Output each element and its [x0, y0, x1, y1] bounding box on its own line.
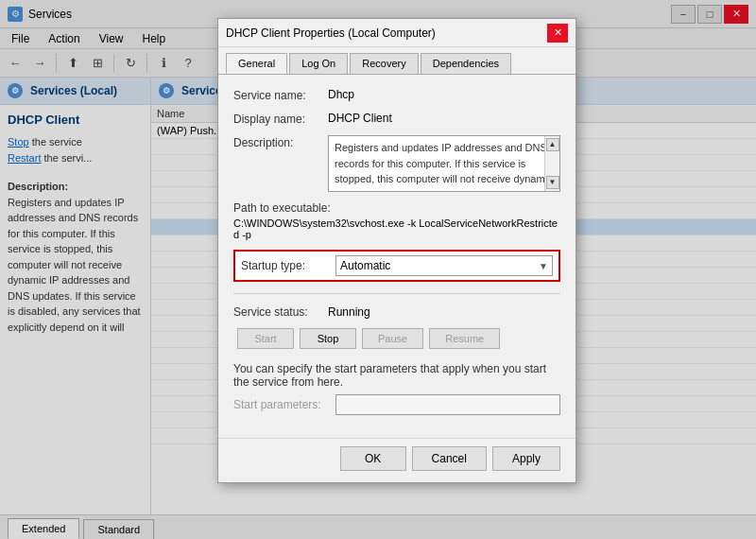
description-row: Description: Registers and updates IP ad…	[233, 135, 560, 192]
startup-type-label: Startup type:	[241, 259, 335, 272]
service-action-buttons: Start Stop Pause Resume	[233, 328, 560, 349]
display-name-label: Display name:	[233, 112, 328, 126]
display-name-value: DHCP Client	[328, 112, 560, 125]
desc-scrollbar: ▲ ▼	[544, 136, 559, 191]
path-section: Path to executable: C:\WINDOWS\system32\…	[233, 201, 560, 240]
scroll-down-btn[interactable]: ▼	[546, 176, 559, 189]
path-label: Path to executable:	[233, 201, 560, 215]
start-service-button[interactable]: Start	[237, 328, 294, 349]
tab-recovery[interactable]: Recovery	[350, 53, 418, 74]
cancel-button[interactable]: Cancel	[412, 446, 487, 471]
startup-type-value: Automatic	[340, 259, 390, 272]
description-label: Description:	[233, 135, 328, 149]
service-status-value: Running	[328, 305, 370, 319]
tab-dependencies[interactable]: Dependencies	[421, 53, 511, 74]
service-status-label: Service status:	[233, 305, 328, 319]
service-name-value: Dhcp	[328, 88, 560, 101]
modal-overlay: DHCP Client Properties (Local Computer) …	[0, 0, 756, 539]
scroll-up-btn[interactable]: ▲	[546, 138, 559, 151]
params-label: Start parameters:	[233, 398, 328, 411]
start-params-section: You can specify the start parameters tha…	[233, 362, 560, 415]
description-text: Registers and updates IP addresses and D…	[335, 142, 553, 192]
description-box: Registers and updates IP addresses and D…	[328, 135, 560, 192]
tab-general[interactable]: General	[226, 53, 287, 74]
params-info-text: You can specify the start parameters tha…	[233, 362, 560, 389]
service-status-row: Service status: Running	[233, 305, 560, 319]
pause-service-button[interactable]: Pause	[362, 328, 423, 349]
dhcp-properties-dialog: DHCP Client Properties (Local Computer) …	[217, 18, 576, 483]
start-parameters-input[interactable]	[335, 394, 560, 415]
service-name-row: Service name: Dhcp	[233, 88, 560, 102]
display-name-row: Display name: DHCP Client	[233, 112, 560, 126]
dialog-close-button[interactable]: ✕	[547, 24, 568, 43]
startup-select-arrow-icon: ▼	[539, 261, 548, 271]
dialog-title: DHCP Client Properties (Local Computer)	[226, 26, 541, 40]
resume-service-button[interactable]: Resume	[429, 328, 500, 349]
dialog-tabs: General Log On Recovery Dependencies	[218, 47, 576, 75]
path-value: C:\WINDOWS\system32\svchost.exe -k Local…	[233, 217, 560, 240]
ok-button[interactable]: OK	[340, 446, 406, 471]
divider	[233, 293, 560, 294]
dialog-title-bar: DHCP Client Properties (Local Computer) …	[218, 19, 576, 47]
tab-logon[interactable]: Log On	[289, 53, 348, 74]
startup-type-row: Startup type: Automatic ▼	[233, 250, 560, 282]
params-row: Start parameters:	[233, 394, 560, 415]
service-name-label: Service name:	[233, 88, 328, 102]
dialog-footer: OK Cancel Apply	[218, 438, 576, 482]
stop-service-button[interactable]: Stop	[300, 328, 356, 349]
dialog-body: Service name: Dhcp Display name: DHCP Cl…	[218, 75, 576, 438]
startup-type-select[interactable]: Automatic ▼	[335, 255, 553, 276]
apply-button[interactable]: Apply	[492, 446, 560, 471]
